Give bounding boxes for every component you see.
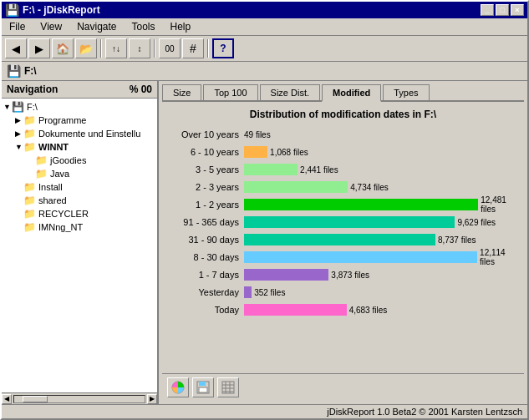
scroll-left-button[interactable]: ◀ [2,394,12,404]
tree-item-dokumente[interactable]: ▶ 📁 Dokumente und Einstellu [15,127,155,140]
tree-item-root[interactable]: ▼ 💾 F:\ [3,100,155,114]
bar-value-label: 12,114 files [477,248,517,266]
window-icon: 💾 [5,3,19,17]
expand-icon: ▼ [3,103,12,111]
nav-percent: % 00 [130,83,152,95]
right-panel: Size Top 100 Size Dist. Modified Types D… [159,81,527,404]
toolbar-separator-2 [154,39,155,58]
tree-label: IMNng_NT [38,222,83,232]
maximize-button[interactable]: □ [496,4,509,16]
tab-types[interactable]: Types [383,84,429,100]
tree-label: Java [50,169,69,179]
bar-value-label: 352 files [252,288,285,297]
table-button[interactable] [217,377,239,397]
row-label: 2 - 3 years [169,182,244,192]
main-window: 💾 F:\ - jDiskReport _ □ × File View Navi… [0,0,529,420]
tab-modified[interactable]: Modified [322,84,381,102]
row-label: 6 - 10 years [169,147,244,157]
bar-container: 9,629 files [244,216,517,228]
toolbar-separator-3 [207,39,209,58]
tree-label: shared [38,195,67,205]
hash-button[interactable]: # [182,38,204,58]
chart-row-today: Today 4,683 files [169,302,517,317]
save-button[interactable] [192,377,214,397]
row-label: 1 - 2 years [169,200,244,210]
tab-sizedist[interactable]: Size Dist. [260,84,320,100]
nav-scrollbar[interactable]: ◀ ▶ [2,392,157,404]
home-button[interactable]: 🏠 [52,38,74,58]
bar [244,286,252,298]
expand-icon: ▼ [15,143,23,151]
folder-icon: 📁 [35,168,48,180]
chart-area: Distribution of modification dates in F:… [162,105,524,373]
scroll-thumb[interactable] [23,396,48,402]
tree-item-shared[interactable]: 📁 shared [15,194,155,207]
toolbar: ◀ ▶ 🏠 📂 ↑↓ ↕ 00 # ? [2,36,527,62]
address-path: F:\ [24,65,37,77]
bar-container: 352 files [244,286,517,298]
menu-tools[interactable]: Tools [128,20,160,33]
bar-container: 1,068 files [244,146,517,158]
tree-item-recycler[interactable]: 📁 RECYCLER [15,207,155,220]
bar-container: 3,873 files [244,269,517,281]
tree-item-imnng[interactable]: 📁 IMNng_NT [15,220,155,234]
bar-container: 12,481 files [244,195,517,214]
chart-row-over10: Over 10 years 49 files [169,127,517,142]
back-button[interactable]: ◀ [5,38,27,58]
number-button[interactable]: 00 [159,38,181,58]
sort-desc-button[interactable]: ↕ [129,38,150,58]
tree-item-install[interactable]: 📁 Install [15,180,155,194]
bar-container: 4,734 files [244,181,517,193]
bar-container: 12,114 files [244,248,517,266]
menu-help[interactable]: Help [166,20,196,33]
forward-button[interactable]: ▶ [28,38,50,58]
bar-container: 4,683 files [244,304,517,316]
address-bar: 💾 F:\ [2,62,527,81]
nav-tree[interactable]: ▼ 💾 F:\ ▶ 📁 Programme ▶ 📁 Dokument [2,99,157,392]
expand-icon: ▶ [15,129,23,138]
tree-item-winnt[interactable]: ▼ 📁 WINNT [15,140,155,154]
tree-item-java[interactable]: 📁 Java [27,167,155,180]
nav-header: Navigation % 00 [2,81,157,99]
bar-value-label: 4,683 files [347,306,388,315]
tree-label: jGoodies [50,155,86,165]
minimize-button[interactable]: _ [481,4,494,16]
row-label: Yesterday [169,287,244,297]
bar [244,181,348,193]
bar-container: 2,441 files [244,164,517,175]
tab-size[interactable]: Size [162,84,201,100]
content-area: Navigation % 00 ▼ 💾 F:\ ▶ 📁 Programme [2,81,527,404]
close-button[interactable]: × [511,4,524,16]
folder-icon: 📁 [23,195,36,206]
open-button[interactable]: 📂 [75,38,97,58]
menu-file[interactable]: File [5,20,29,33]
tree-label: Dokumente und Einstellu [38,129,140,139]
tree-item-programme[interactable]: ▶ 📁 Programme [15,114,155,127]
tree-label: WINNT [38,142,69,152]
folder-icon: 📁 [23,181,36,193]
tab-top100[interactable]: Top 100 [203,84,257,100]
row-label: 91 - 365 days [169,217,244,227]
row-label: Today [169,305,244,315]
bar-value-label: 12,481 files [478,195,517,214]
bar-value-label: 4,734 files [348,183,389,192]
menu-view[interactable]: View [36,20,66,33]
bar [244,234,435,245]
bottom-toolbar [162,373,524,401]
menu-bar: File View Navigate Tools Help [2,18,527,36]
window-controls: _ □ × [481,4,524,16]
row-label: Over 10 years [169,129,244,139]
menu-navigate[interactable]: Navigate [73,20,120,33]
scroll-right-button[interactable]: ▶ [147,394,157,404]
tree-item-jgoodies[interactable]: 📁 jGoodies [27,154,155,167]
scroll-track[interactable] [13,395,145,403]
tab-bar: Size Top 100 Size Dist. Modified Types [162,84,524,102]
root-drive-icon: 💾 [12,101,24,113]
chart-row-31to90: 31 - 90 days 8,737 files [169,232,517,247]
help-button[interactable]: ? [212,38,234,58]
bar [244,251,477,263]
bar-value-label: 1,068 files [267,148,308,157]
pie-chart-button[interactable] [167,377,189,397]
row-label: 3 - 5 years [169,164,244,175]
sort-asc-button[interactable]: ↑↓ [105,38,127,58]
